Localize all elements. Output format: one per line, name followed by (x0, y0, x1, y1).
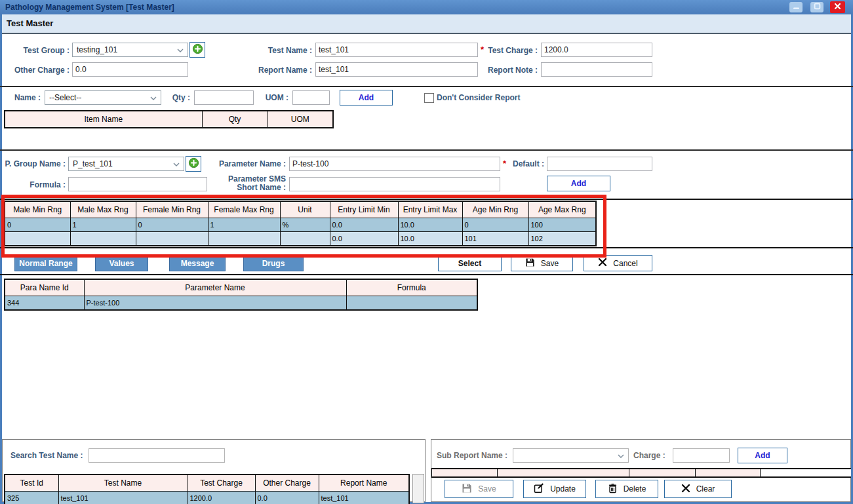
range-cell[interactable] (280, 232, 330, 246)
parameter-cell[interactable]: 344 (5, 296, 84, 311)
search-grid-row[interactable]: 325 test_101 1200.0 0.0 test_101 (5, 492, 409, 504)
subreport-grid-header-cell[interactable] (629, 469, 696, 476)
add-item-button[interactable]: Add (340, 90, 393, 106)
parameter-grid-header-id[interactable]: Para Name Id (5, 279, 84, 296)
add-p-group-button[interactable] (186, 156, 201, 172)
search-cell[interactable]: test_101 (58, 492, 188, 504)
sub-report-name-combo[interactable] (513, 448, 629, 463)
uom-label: UOM : (260, 90, 288, 105)
search-grid-header-report-name[interactable]: Report Name (319, 475, 409, 492)
range-grid-header-male-max[interactable]: Male Max Rng (70, 201, 136, 218)
range-grid-header-entry-limit-min[interactable]: Entry Limit Min (330, 201, 398, 218)
item-grid-header-item-name[interactable]: Item Name (5, 111, 202, 128)
range-grid-row[interactable]: 0.0 10.0 101 102 (5, 232, 596, 246)
close-button[interactable] (830, 1, 845, 13)
report-name-input[interactable] (315, 62, 478, 77)
cancel-button[interactable]: Cancel (584, 255, 652, 271)
normal-range-button[interactable]: Normal Range (14, 256, 77, 271)
search-cell[interactable]: 325 (5, 492, 58, 504)
search-grid-header-test-charge[interactable]: Test Charge (188, 475, 255, 492)
range-cell[interactable]: 101 (462, 232, 528, 246)
test-group-value: testing_101 (77, 45, 117, 54)
range-grid-header-female-max[interactable]: Female Max Rng (208, 201, 280, 218)
add-subreport-label: Add (755, 451, 770, 460)
qty-input[interactable] (194, 90, 254, 105)
range-cell[interactable]: 0 (5, 218, 70, 232)
add-test-group-button[interactable] (189, 42, 205, 58)
parameter-grid-header-name[interactable]: Parameter Name (84, 279, 346, 296)
range-grid-header-age-min[interactable]: Age Min Rng (462, 201, 528, 218)
range-grid-header-unit[interactable]: Unit (280, 201, 330, 218)
range-cell[interactable]: 0.0 (330, 218, 398, 232)
parameter-cell[interactable]: P-test-100 (84, 296, 346, 311)
default-input[interactable] (547, 157, 652, 171)
delete-record-button[interactable]: Delete (595, 480, 658, 498)
range-cell[interactable]: 0 (136, 218, 208, 232)
search-grid-header-test-name[interactable]: Test Name (58, 475, 188, 492)
item-name-combo[interactable]: --Select-- (45, 90, 161, 105)
subreport-charge-input[interactable] (673, 448, 730, 463)
divider (0, 274, 853, 275)
plus-circle-icon (188, 157, 199, 170)
save-record-button[interactable]: Save (445, 480, 513, 498)
search-grid-header-test-id[interactable]: Test Id (5, 475, 58, 492)
message-button[interactable]: Message (169, 256, 226, 271)
range-cell[interactable] (70, 232, 136, 246)
uom-input[interactable] (292, 90, 330, 105)
clear-form-button[interactable]: Clear (664, 480, 732, 498)
range-cell[interactable] (208, 232, 280, 246)
range-cell[interactable] (136, 232, 208, 246)
range-grid-header-entry-limit-max[interactable]: Entry Limit Max (398, 201, 462, 218)
range-cell[interactable]: 1 (70, 218, 136, 232)
item-grid-header-qty[interactable]: Qty (202, 111, 268, 128)
search-cell[interactable]: 1200.0 (188, 492, 255, 504)
search-test-name-input[interactable] (89, 448, 225, 463)
report-note-input[interactable] (541, 62, 652, 77)
values-button[interactable]: Values (95, 256, 148, 271)
test-group-combo[interactable]: testing_101 (72, 43, 188, 57)
range-cell[interactable]: 0.0 (330, 232, 398, 246)
maximize-button[interactable] (810, 2, 823, 12)
range-cell[interactable]: 0 (462, 218, 528, 232)
minimize-button[interactable] (789, 2, 803, 12)
add-parameter-button[interactable]: Add (547, 176, 610, 191)
range-grid-header-female-min[interactable]: Female Min Rng (136, 201, 208, 218)
search-cell[interactable]: test_101 (319, 492, 409, 504)
range-cell[interactable]: 102 (528, 232, 596, 246)
search-grid-scrollbar[interactable] (412, 474, 424, 503)
range-cell[interactable]: 100 (528, 218, 596, 232)
item-grid: Item Name Qty UOM (4, 110, 334, 128)
range-grid-header-male-min[interactable]: Male Min Rng (5, 201, 70, 218)
subreport-grid-header-cell[interactable] (431, 469, 498, 476)
item-grid-header-uom[interactable]: UOM (268, 111, 333, 128)
search-cell[interactable]: 0.0 (255, 492, 319, 504)
range-cell[interactable]: % (280, 218, 330, 232)
parameter-grid-header-formula[interactable]: Formula (346, 279, 477, 296)
range-cell[interactable]: 10.0 (398, 232, 462, 246)
range-cell[interactable]: 10.0 (398, 218, 462, 232)
other-charge-label: Other Charge : (5, 63, 69, 77)
p-group-name-combo[interactable]: P_test_101 (68, 157, 184, 171)
formula-input[interactable] (68, 177, 207, 191)
subreport-grid-header-cell[interactable] (696, 469, 761, 476)
drugs-button[interactable]: Drugs (243, 256, 304, 271)
select-button[interactable]: Select (438, 255, 502, 271)
parameter-grid-row[interactable]: 344 P-test-100 (5, 296, 477, 311)
test-name-label: Test Name : (257, 43, 312, 58)
range-grid-row[interactable]: 0 1 0 1 % 0.0 10.0 0 100 (5, 218, 596, 232)
other-charge-input[interactable] (72, 62, 188, 77)
dont-consider-report-checkbox[interactable] (424, 93, 434, 103)
parameter-name-input[interactable] (289, 157, 500, 171)
update-record-button[interactable]: Update (523, 480, 586, 498)
range-cell[interactable] (5, 232, 70, 246)
range-grid-header-age-max[interactable]: Age Max Rng (528, 201, 596, 218)
add-subreport-button[interactable]: Add (738, 448, 787, 463)
subreport-grid-header-cell[interactable] (498, 469, 629, 476)
parameter-cell[interactable] (346, 296, 477, 311)
test-name-input[interactable] (315, 43, 478, 57)
parameter-sms-input[interactable] (289, 177, 500, 191)
test-charge-input[interactable] (541, 43, 652, 57)
range-cell[interactable]: 1 (208, 218, 280, 232)
save-button[interactable]: Save (511, 255, 573, 271)
search-grid-header-other-charge[interactable]: Other Charge (255, 475, 319, 492)
